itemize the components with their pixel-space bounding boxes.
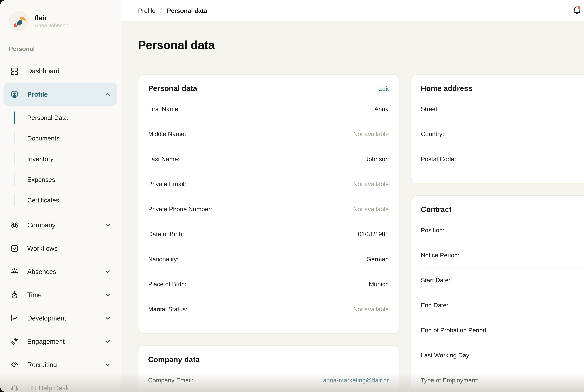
card-home-address: Home addressEditStreet:Regerstraße 7Coun… [411, 74, 584, 184]
sidebar-subitem-documents[interactable]: Documents [0, 128, 121, 148]
sidebar-item-recruiting[interactable]: Recruiting [0, 353, 121, 376]
edit-button[interactable]: Edit [378, 85, 389, 92]
field-row-first-name: First Name:Anna [148, 97, 389, 122]
card-columns: Personal dataEditFirst Name:AnnaMiddle N… [138, 74, 584, 392]
sidebar-subitem-certificates[interactable]: Certificates [0, 190, 121, 210]
sidebar-subitem-personal-data[interactable]: Personal Data [0, 107, 121, 128]
field-row-private-email: Private Email:Not available [148, 172, 389, 197]
field-label: Country: [421, 130, 444, 138]
main-area: Profile / Personal data Anna Johnson Per… [121, 0, 584, 392]
subitem-indicator-bar [14, 194, 16, 206]
subitem-indicator-bar [14, 132, 16, 144]
notifications-button[interactable] [572, 5, 582, 16]
sidebar-item-dashboard[interactable]: Dashboard [0, 59, 121, 82]
sidebar-subitem-inventory[interactable]: Inventory [0, 148, 121, 169]
sidebar-item-label: Profile [27, 90, 104, 98]
sidebar-subitem-label: Expenses [27, 176, 55, 183]
field-value: 01/31/1988 [358, 230, 389, 238]
sidebar-item-label: Development [27, 314, 104, 322]
field-label: Last Name: [148, 156, 179, 162]
field-value: Anna [374, 105, 389, 112]
sidebar-subitem-expenses[interactable]: Expenses [0, 169, 121, 190]
page-title: Personal data [138, 38, 584, 52]
field-row-company-email: Company Email:anna-marketing@flair.hr [148, 368, 389, 392]
column-left: Personal dataEditFirst Name:AnnaMiddle N… [138, 74, 399, 392]
chevron-up-icon [104, 91, 111, 98]
field-value: Not available [353, 206, 389, 212]
sidebar-subitem-label: Personal Data [27, 114, 68, 121]
sidebar-item-hr-help-desk[interactable]: HR Help Desk [0, 376, 121, 392]
card-personal-data: Personal dataEditFirst Name:AnnaMiddle N… [138, 74, 399, 334]
field-label: End Date: [421, 302, 448, 308]
field-value-link[interactable]: anna-marketing@flair.hr [323, 376, 389, 384]
field-row-marital-status: Marital Status:Not available [148, 297, 389, 322]
engagement-icon [10, 337, 19, 346]
field-value: Not available [353, 180, 389, 188]
card-title: Home address [421, 84, 472, 93]
sidebar-item-label: Dashboard [27, 67, 111, 75]
field-row-start-date: Start Date:08/14/2023 [421, 268, 584, 293]
card-header: Company data [148, 356, 389, 364]
sidebar-item-absences[interactable]: Absences [0, 260, 121, 283]
development-icon [10, 314, 19, 322]
field-row-end-of-probation-period: End of Probation Period:Not available [421, 318, 584, 343]
breadcrumb-current: Personal data [167, 7, 207, 14]
sidebar-item-label: Absences [27, 268, 104, 275]
column-right: Home addressEditStreet:Regerstraße 7Coun… [411, 74, 584, 392]
sidebar-subitem-label: Certificates [27, 196, 59, 204]
sidebar-item-label: HR Help Desk [27, 384, 111, 392]
sidebar-item-workflows[interactable]: Workflows [0, 236, 121, 260]
field-row-end-date: End Date:Not available [421, 293, 584, 318]
topbar-actions: Anna Johnson [572, 4, 584, 17]
field-label: Position: [421, 226, 444, 234]
sidebar-subitem-label: Documents [27, 134, 60, 142]
field-row-position: Position:Manager IT Department [421, 218, 584, 243]
sidebar-item-engagement[interactable]: Engagement [0, 330, 121, 353]
sidebar-nav: DashboardProfilePersonal DataDocumentsIn… [0, 59, 121, 392]
sidebar-item-development[interactable]: Development [0, 306, 121, 330]
breadcrumb-separator: / [160, 7, 162, 14]
brand-name: flair [35, 14, 69, 22]
field-row-notice-period: Notice Period:Not available [421, 243, 584, 268]
field-label: Middle Name: [148, 130, 186, 138]
flair-logo-icon [9, 11, 29, 31]
card-title: Company data [148, 356, 200, 364]
sidebar-item-label: Engagement [27, 338, 104, 345]
dashboard-icon [10, 66, 19, 75]
sidebar-item-label: Company [27, 221, 104, 229]
sidebar-item-company[interactable]: Company [0, 214, 121, 236]
breadcrumb-profile[interactable]: Profile [138, 7, 155, 14]
field-value: Munich [369, 280, 389, 288]
field-row-nationality: Nationality:German [148, 247, 389, 272]
field-label: Private Phone Number: [148, 206, 212, 212]
field-label: End of Probation Period: [421, 327, 488, 334]
brand[interactable]: flair Anna Johnson [0, 11, 121, 31]
workflows-icon [10, 244, 19, 252]
field-row-postal-code: Postal Code:81541 [421, 147, 584, 172]
field-row-type-of-employment: Type of Employment:Permanent [421, 368, 584, 392]
chevron-down-icon [104, 268, 111, 275]
field-label: Notice Period: [421, 252, 459, 258]
sidebar-item-time[interactable]: Time [0, 283, 121, 306]
sidebar-item-profile[interactable]: Profile [4, 82, 117, 106]
field-value: Not available [353, 306, 389, 312]
breadcrumb: Profile / Personal data [138, 7, 207, 14]
app-window: flair Anna Johnson Personal DashboardPro… [0, 0, 584, 392]
field-label: Nationality: [148, 256, 179, 262]
field-row-street: Street:Regerstraße 7 [421, 97, 584, 122]
stage: flair Anna Johnson Personal DashboardPro… [0, 0, 584, 392]
chevron-down-icon [104, 338, 111, 345]
sidebar: flair Anna Johnson Personal DashboardPro… [0, 0, 121, 392]
subitem-indicator-bar [14, 152, 16, 165]
field-label: Private Email: [148, 180, 186, 188]
absences-icon [10, 267, 19, 276]
field-label: Last Working Day: [421, 352, 471, 359]
field-label: Place of Birth: [148, 280, 186, 288]
field-value: German [367, 256, 389, 262]
helpdesk-icon [10, 384, 19, 392]
field-row-date-of-birth: Date of Birth:01/31/1988 [148, 222, 389, 247]
sidebar-sublist-profile: Personal DataDocumentsInventoryExpensesC… [0, 107, 121, 210]
sidebar-item-label: Workflows [27, 244, 111, 252]
sidebar-item-label: Recruiting [27, 361, 104, 368]
field-label: First Name: [148, 105, 180, 112]
